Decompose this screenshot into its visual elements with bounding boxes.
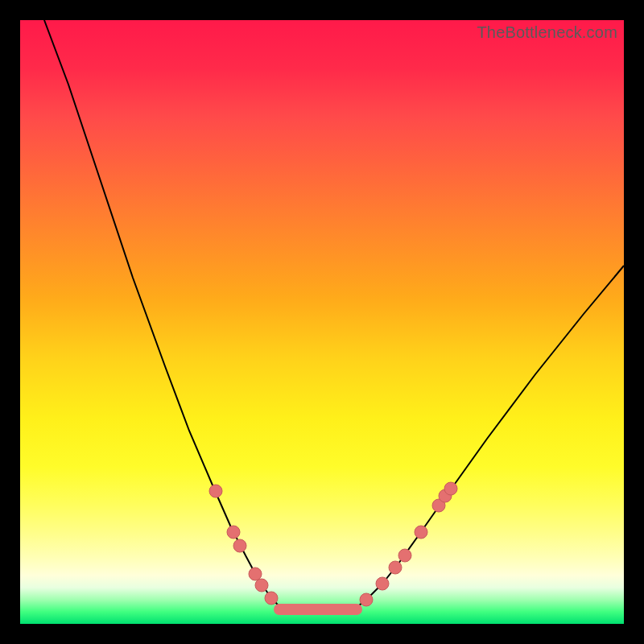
marker-dot [444, 482, 457, 495]
markers-right [360, 482, 457, 606]
marker-dot [255, 579, 268, 592]
marker-dot [415, 526, 427, 539]
chart-container: TheBottleneck.com [0, 0, 644, 644]
marker-dot [249, 568, 262, 580]
marker-dot [265, 592, 278, 605]
marker-dot [389, 561, 402, 574]
marker-dot [376, 577, 389, 590]
marker-dot [227, 526, 240, 539]
marker-dot [209, 485, 222, 497]
marker-dot [233, 539, 246, 552]
curve-left-branch [44, 20, 282, 609]
plot-area: TheBottleneck.com [20, 20, 624, 624]
watermark-text: TheBottleneck.com [477, 23, 617, 42]
marker-dot [360, 593, 373, 606]
marker-dot [398, 549, 411, 562]
curve-right-branch [354, 266, 624, 609]
curve-svg [20, 20, 624, 624]
